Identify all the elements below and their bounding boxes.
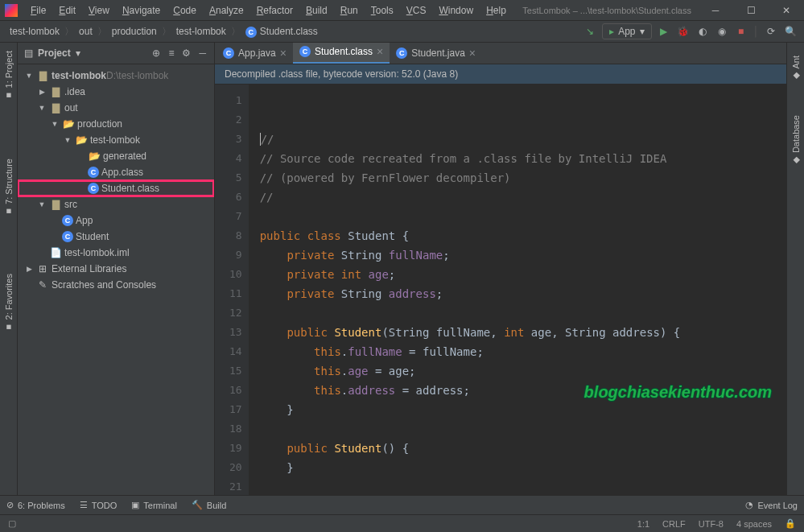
event-log-button[interactable]: ◔ Event Log	[745, 500, 798, 510]
code-line[interactable]: public Student() {	[260, 439, 786, 458]
menu-tools[interactable]: Tools	[366, 2, 398, 19]
editor-tab-student-java[interactable]: CStudent.java×	[390, 43, 482, 64]
code-line[interactable]: // Source code recreated from a .class f…	[260, 149, 786, 168]
menu-navigate[interactable]: Navigate	[118, 2, 165, 19]
update-project-button[interactable]: ⟳	[764, 24, 778, 39]
search-everywhere-button[interactable]: 🔍	[783, 24, 798, 39]
code-editor[interactable]: //// Source code recreated from a .class…	[249, 85, 786, 495]
file-encoding[interactable]: UTF-8	[699, 519, 724, 529]
tree-node-external-libraries[interactable]: ▶⊞External Libraries	[18, 261, 214, 277]
code-line[interactable]: // (powered by FernFlower decompiler)	[260, 168, 786, 188]
tree-node-out[interactable]: ▼▇out	[18, 100, 214, 116]
code-line[interactable]	[260, 477, 786, 495]
code-line[interactable]: //	[260, 188, 786, 207]
select-opened-file-icon[interactable]: ⊕	[150, 47, 162, 59]
project-tree[interactable]: ▼▇test-lombok D:\test-lombok▶▇.idea▼▇out…	[18, 64, 214, 296]
breadcrumb-item[interactable]: test-lombok	[6, 24, 63, 39]
code-line[interactable]: this.fullName = fullName;	[260, 342, 786, 361]
debug-button[interactable]: 🐞	[676, 24, 691, 39]
line-separator[interactable]: CRLF	[662, 519, 686, 529]
bottom-tab-problems[interactable]: ⊘6: Problems	[6, 500, 65, 510]
tree-twisty-icon[interactable]: ▼	[50, 120, 60, 128]
breadcrumb-item[interactable]: test-lombok	[173, 24, 229, 39]
tree-twisty-icon[interactable]: ▼	[63, 136, 72, 144]
code-line[interactable]	[260, 207, 786, 226]
close-tab-icon[interactable]: ×	[377, 45, 383, 58]
tool-tab-database[interactable]: ◆ Database	[790, 110, 802, 171]
tool-tab----project[interactable]: ■ 1: Project	[3, 46, 14, 105]
code-line[interactable]	[260, 303, 786, 323]
indent-config[interactable]: 4 spaces	[736, 519, 772, 529]
tree-node-app-class[interactable]: CApp.class	[18, 164, 214, 180]
close-tab-icon[interactable]: ×	[469, 47, 476, 60]
menu-build[interactable]: Build	[301, 2, 332, 19]
tree-node-app[interactable]: CApp	[18, 212, 214, 229]
code-line[interactable]: this.age = age;	[260, 361, 786, 381]
tree-twisty-icon[interactable]: ▼	[37, 104, 47, 112]
menu-file[interactable]: File	[26, 2, 51, 19]
code-line[interactable]: private String address;	[260, 284, 786, 303]
menu-window[interactable]: Window	[434, 2, 478, 19]
menu-vcs[interactable]: VCS	[402, 2, 431, 19]
tree-node-test-lombok-iml[interactable]: 📄test-lombok.iml	[18, 245, 214, 261]
maximize-button[interactable]: ☐	[733, 0, 769, 21]
bottom-tab-build[interactable]: 🔨Build	[192, 500, 226, 510]
coverage-button[interactable]: ◐	[695, 24, 710, 39]
code-line[interactable]: public class Student {	[260, 226, 786, 245]
hide-panel-icon[interactable]: ─	[197, 47, 208, 59]
tree-twisty-icon[interactable]: ▼	[24, 72, 34, 80]
code-line[interactable]: public Student(String fullName, int age,…	[260, 323, 786, 342]
breadcrumb-item[interactable]: out	[76, 24, 96, 39]
code-line[interactable]	[260, 419, 786, 439]
hammer-icon[interactable]: ↘	[583, 24, 597, 39]
tree-node-student[interactable]: CStudent	[18, 229, 214, 245]
tool-windows-button[interactable]: ▢	[8, 518, 16, 529]
expand-all-icon[interactable]: ≡	[167, 47, 175, 59]
code-line[interactable]: }	[260, 458, 786, 477]
menu-edit[interactable]: Edit	[54, 2, 80, 19]
breadcrumb-item[interactable]: production	[109, 24, 160, 39]
tree-node--idea[interactable]: ▶▇.idea	[18, 84, 214, 100]
menu-code[interactable]: Code	[168, 2, 201, 19]
gear-icon[interactable]: ⚙	[180, 47, 192, 59]
chevron-down-icon[interactable]: ▾	[76, 47, 80, 59]
tree-twisty-icon[interactable]: ▶	[37, 88, 47, 96]
code-line[interactable]: private String fullName;	[260, 245, 786, 265]
code-line[interactable]: }	[260, 400, 786, 419]
readonly-lock-icon[interactable]: 🔒	[785, 518, 796, 529]
tool-tab-ant[interactable]: ◆ Ant	[790, 51, 802, 86]
chevron-down-icon: ▾	[640, 26, 645, 37]
code-line[interactable]: private int age;	[260, 265, 786, 284]
menu-view[interactable]: View	[84, 2, 114, 19]
stop-button[interactable]: ■	[734, 24, 748, 39]
tool-tab----structure[interactable]: ■ 7: Structure	[3, 154, 14, 221]
tree-node-src[interactable]: ▼▇src	[18, 196, 214, 212]
breadcrumb-item[interactable]: CStudent.class	[242, 24, 321, 39]
tree-node-scratches-and-consoles[interactable]: ✎Scratches and Consoles	[18, 277, 214, 293]
tree-node-test-lombok[interactable]: ▼▇test-lombok D:\test-lombok	[18, 68, 214, 84]
bottom-tab-todo[interactable]: ☰TODO	[80, 500, 118, 510]
menu-refactor[interactable]: Refactor	[252, 2, 298, 19]
tree-node-test-lombok[interactable]: ▼📂test-lombok	[18, 132, 214, 148]
close-button[interactable]: ✕	[769, 0, 804, 21]
tree-node-generated[interactable]: 📂generated	[18, 148, 214, 164]
tree-node-production[interactable]: ▼📂production	[18, 116, 214, 132]
tree-twisty-icon[interactable]: ▼	[37, 200, 47, 208]
run-button[interactable]: ▶	[657, 24, 671, 39]
tree-twisty-icon[interactable]: ▶	[24, 265, 34, 273]
menu-help[interactable]: Help	[481, 2, 511, 19]
tree-node-student-class[interactable]: CStudent.class	[18, 180, 214, 196]
editor-tab-student-class[interactable]: CStudent.class×	[293, 43, 390, 64]
minimize-button[interactable]: ─	[698, 0, 733, 21]
code-line[interactable]: //	[260, 130, 786, 149]
editor-tab-app-java[interactable]: CApp.java×	[216, 43, 293, 64]
line-gutter[interactable]: 123456789101112131415161718192021	[215, 85, 249, 495]
bottom-tab-terminal[interactable]: ▣Terminal	[131, 500, 177, 510]
close-tab-icon[interactable]: ×	[280, 47, 287, 60]
menu-analyze[interactable]: Analyze	[204, 2, 249, 19]
menu-run[interactable]: Run	[336, 2, 363, 19]
tool-tab----favorites[interactable]: ■ 2: Favorites	[3, 269, 14, 337]
profile-button[interactable]: ◉	[715, 24, 729, 39]
caret-position[interactable]: 1:1	[637, 519, 649, 529]
run-config-selector[interactable]: ▸ App ▾	[602, 23, 651, 39]
